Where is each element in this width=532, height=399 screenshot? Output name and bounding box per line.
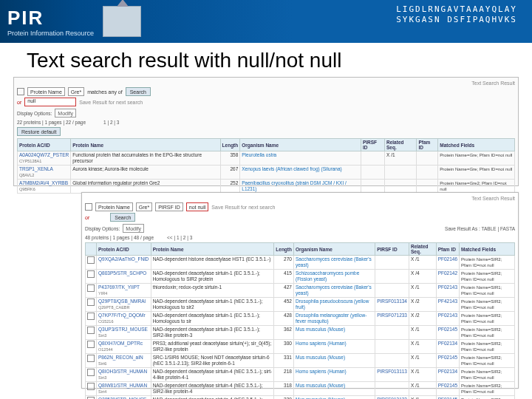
protein-ac[interactable]: Q9XQA2/AaThiO_FNlD xyxy=(98,256,149,262)
protein-ac[interactable]: TRSP1_XENLA xyxy=(19,166,53,171)
protein-ac[interactable]: P437697/TK_YIIPT xyxy=(98,284,140,290)
cond2-select[interactable]: not null xyxy=(186,202,209,211)
table-row[interactable]: P862N_RECON_aINSirt6SRC-1/SIR6 MOUSE; No… xyxy=(86,354,515,368)
pfam-id[interactable]: PF02134 xyxy=(436,368,459,382)
col-name[interactable]: Protein Name xyxy=(151,243,274,256)
row-checkbox[interactable] xyxy=(87,327,95,334)
col-pfam[interactable]: Pfam ID xyxy=(436,243,459,256)
organism[interactable]: Saccharomyces cerevisiae (Baker's yeast) xyxy=(293,256,375,270)
table-row[interactable]: A0A024QW7Z_PSTERCYP5128A1Functional prot… xyxy=(18,151,515,166)
pfam-id[interactable]: PF02145 xyxy=(436,396,459,400)
row-checkbox[interactable] xyxy=(87,256,95,264)
null-input[interactable]: null xyxy=(24,98,76,106)
col-ac[interactable]: Protein AC/ID xyxy=(97,243,151,256)
pirsf-id[interactable]: PIRSF071233 xyxy=(375,312,409,326)
organism[interactable]: Mus musculus (Mouse) xyxy=(293,382,375,396)
search-button[interactable]: Search xyxy=(126,87,151,96)
pirsf-id[interactable] xyxy=(361,180,384,194)
row-checkbox[interactable] xyxy=(87,299,95,306)
search-button-2[interactable]: Search xyxy=(110,213,135,222)
row-checkbox[interactable] xyxy=(87,284,95,292)
col-match[interactable]: Matched Fields xyxy=(460,243,515,256)
field-select[interactable]: Protein Name xyxy=(27,87,65,96)
row-checkbox[interactable] xyxy=(87,341,95,348)
row-checkbox[interactable] xyxy=(87,383,95,390)
organism[interactable]: Mus musculus (Mouse) xyxy=(293,396,375,400)
pfam-id[interactable] xyxy=(417,180,438,194)
pirsf-id[interactable]: PIRSF013113 xyxy=(375,368,409,382)
protein-ac[interactable]: Q8IOH3/STR_HUMAN xyxy=(98,369,147,374)
table-row[interactable]: P437697/TK_YIIPTYIR4thioredoxin; redox-c… xyxy=(86,284,515,298)
save-next[interactable]: Save Result for next search xyxy=(79,100,143,105)
save-next-2[interactable]: Save Result for next search xyxy=(211,205,275,210)
pirsf-id[interactable] xyxy=(375,270,409,284)
protein-ac[interactable]: Q8IW81/STR_HUMAN xyxy=(98,383,147,388)
protein-ac[interactable]: Q803P5/STR_SCHPO xyxy=(98,270,146,276)
pirsf-id[interactable] xyxy=(361,166,384,180)
col-pirsf[interactable]: PIRSF ID xyxy=(375,243,409,256)
field-select[interactable]: Protein Name xyxy=(95,202,133,211)
checkbox[interactable] xyxy=(17,88,24,95)
protein-ac[interactable]: Q8IXH7/OM_DPTRc xyxy=(98,341,143,346)
pirsf-id[interactable] xyxy=(375,382,409,396)
row-checkbox[interactable] xyxy=(87,313,95,320)
organism[interactable]: Xenopus laevis (African clawed frog) (Si… xyxy=(240,166,361,180)
display-modify-2[interactable]: Modify xyxy=(123,224,144,233)
col-len[interactable]: Length xyxy=(220,139,240,151)
table-row[interactable]: Q8IXH7/OM_DPTRcO12544PRS3; additional ye… xyxy=(86,340,515,354)
protein-ac[interactable]: A7MBM2/AV4_XYRBB xyxy=(19,180,68,185)
table-row[interactable]: O28529/STR_MOUSESirt4NAD-dependent deace… xyxy=(86,396,515,400)
pirsf-id[interactable] xyxy=(375,256,409,270)
pfam-id[interactable]: PF02142 xyxy=(436,270,459,284)
organism[interactable]: Pleurotella ostra xyxy=(240,151,361,166)
protein-ac[interactable]: Q3UP3/STRJ_MOUSE xyxy=(98,327,148,332)
row-checkbox[interactable] xyxy=(87,270,95,278)
table-row[interactable]: Q29PT8/QSB_NMRAlQ29PT8_CAEBRNAD-dependen… xyxy=(86,298,515,312)
pfam-id[interactable]: PF02145 xyxy=(436,326,459,340)
organism[interactable]: Mus musculus (Mouse) xyxy=(293,354,375,368)
col-seq[interactable]: Related Seq. xyxy=(385,139,417,151)
table-row[interactable]: Q8IOH3/STR_HUMANSirt3NAD-dependent deace… xyxy=(86,368,515,382)
pirsf-id[interactable]: PIRSF013133 xyxy=(375,396,409,400)
col-match[interactable]: Matched Fields xyxy=(438,139,515,151)
field-value[interactable]: Gre* xyxy=(136,202,152,211)
protein-ac[interactable]: Q29PT8/QSB_NMRAl xyxy=(98,299,146,304)
pager-links-2[interactable]: << | 1 | 2 | 3 xyxy=(167,235,192,240)
table-row[interactable]: TRSP1_XENLAQ8AVL2Aurora kinase; Aurora-l… xyxy=(18,166,515,180)
save-as[interactable]: Save Result As : TABLE | FASTA xyxy=(445,226,515,231)
pirsf-id[interactable] xyxy=(375,354,409,368)
col-seq[interactable]: Related Seq. xyxy=(409,243,437,256)
pfam-id[interactable] xyxy=(417,166,438,180)
row-checkbox[interactable] xyxy=(87,355,95,362)
table-row[interactable]: Q803P5/STR_SCHPONAD-dependent deacetylas… xyxy=(86,270,515,284)
table-row[interactable]: A7MBM2/AV4_XYRBBQ9BRK6Global information… xyxy=(18,180,515,194)
col-len[interactable]: Length xyxy=(274,243,294,256)
table-row[interactable]: Q8IW81/STR_HUMANSirt4NAD-dependent deace… xyxy=(86,382,515,396)
field2-select[interactable]: PIRSF ID xyxy=(155,202,183,211)
organism[interactable]: Schizosaccharomyces pombe (Fission yeast… xyxy=(293,270,375,284)
col-name[interactable]: Protein Name xyxy=(71,139,220,151)
col-ac[interactable]: Protein AC/ID xyxy=(18,139,71,151)
organism[interactable]: Homo sapiens (Human) xyxy=(293,368,375,382)
col-pfam[interactable]: Pfam ID xyxy=(417,139,438,151)
pfam-id[interactable]: PF02145 xyxy=(436,382,459,396)
table-row[interactable]: Q3UP3/STRJ_MOUSESirt3NAD-dependent deace… xyxy=(86,326,515,340)
checkbox[interactable] xyxy=(85,203,92,211)
protein-ac[interactable]: A0A024QW7Z_PSTER xyxy=(19,152,69,157)
table-row[interactable]: Q9XQA2/AaThiO_FNlDNAD-dependent histone … xyxy=(86,256,515,270)
row-checkbox[interactable] xyxy=(87,369,95,376)
pfam-id[interactable]: PF02145 xyxy=(436,354,459,368)
table-row[interactable]: Q7KP7F/TrQ_DQOMrCG5216NAD-dependent deac… xyxy=(86,312,515,326)
restore-button[interactable]: Restore default xyxy=(17,127,61,136)
pirsf-id[interactable] xyxy=(375,340,409,354)
pfam-id[interactable]: PF02143 xyxy=(436,284,459,298)
display-modify[interactable]: Modify xyxy=(55,109,76,117)
pfam-id[interactable]: PF02146 xyxy=(436,256,459,270)
pirsf-id[interactable]: PIRSF013134 xyxy=(375,298,409,312)
col-org[interactable]: Organism Name xyxy=(240,139,361,151)
pfam-id[interactable]: PF02143 xyxy=(436,312,459,326)
protein-ac[interactable]: P862N_RECON_aIN xyxy=(98,355,143,360)
pirsf-id[interactable] xyxy=(375,326,409,340)
pfam-id[interactable]: PF42143 xyxy=(436,298,459,312)
col-pirsf[interactable]: PIRSF ID xyxy=(361,139,384,151)
